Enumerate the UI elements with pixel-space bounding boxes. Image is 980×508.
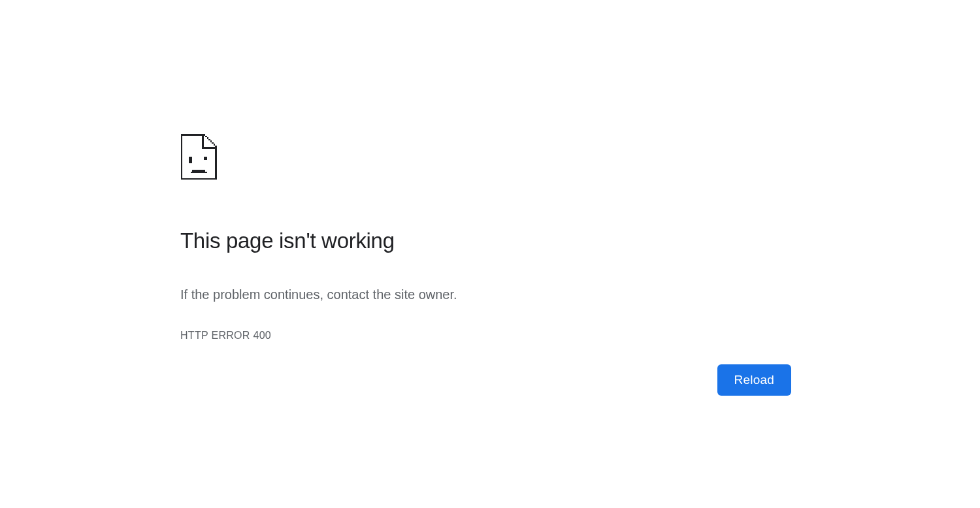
svg-rect-17 [191, 172, 193, 174]
svg-rect-2 [181, 178, 217, 180]
reload-button[interactable]: Reload [717, 364, 791, 396]
svg-rect-7 [208, 139, 210, 141]
svg-rect-16 [192, 170, 205, 173]
error-code: HTTP ERROR 400 [180, 330, 792, 341]
svg-rect-4 [204, 134, 206, 136]
sad-page-icon [180, 134, 217, 180]
svg-rect-3 [215, 147, 217, 180]
error-container: This page isn't working If the problem c… [180, 134, 792, 341]
svg-rect-12 [202, 136, 204, 149]
svg-rect-9 [212, 142, 214, 144]
svg-rect-14 [189, 157, 192, 163]
svg-rect-11 [215, 146, 217, 148]
error-icon-wrap [180, 134, 792, 182]
error-heading: This page isn't working [180, 228, 792, 254]
svg-rect-0 [181, 134, 204, 136]
svg-rect-1 [181, 134, 183, 180]
svg-rect-10 [214, 144, 216, 146]
svg-rect-18 [205, 172, 207, 174]
svg-rect-6 [207, 137, 209, 139]
svg-rect-15 [204, 157, 207, 160]
error-description: If the problem continues, contact the si… [180, 285, 792, 304]
svg-rect-8 [210, 140, 212, 142]
svg-rect-13 [202, 147, 215, 149]
svg-rect-5 [205, 136, 207, 138]
